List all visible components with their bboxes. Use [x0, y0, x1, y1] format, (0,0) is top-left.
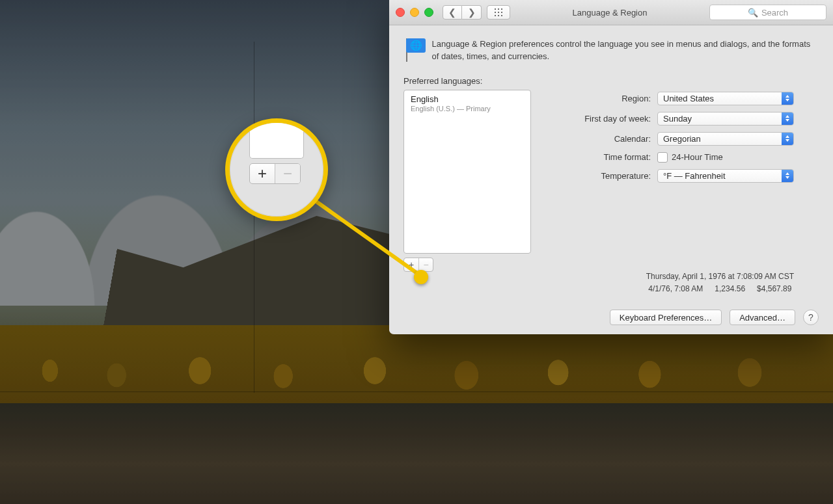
24-hour-checkbox[interactable] — [657, 152, 668, 163]
select-arrows-icon — [782, 92, 793, 105]
help-button[interactable]: ? — [803, 310, 819, 325]
first-day-label: First day of week: — [566, 114, 651, 124]
description-text: Language & Region preferences control th… — [431, 37, 819, 63]
titlebar: ❮ ❯ Language & Region 🔍 Search — [389, 0, 833, 25]
zoom-window-button[interactable] — [424, 8, 433, 17]
grid-icon — [494, 8, 503, 17]
minimize-window-button[interactable] — [410, 8, 419, 17]
calendar-select[interactable]: Gregorian — [657, 132, 794, 146]
language-add-remove: + − — [403, 258, 433, 272]
example-currency: $4,567.89 — [757, 283, 791, 295]
advanced-button[interactable]: Advanced… — [730, 310, 795, 325]
format-examples: Thursday, April 1, 1976 at 7:08:09 AM CS… — [646, 271, 794, 295]
temperature-select[interactable]: °F — Fahrenheit — [657, 169, 794, 183]
example-long-date: Thursday, April 1, 1976 at 7:08:09 AM CS… — [646, 271, 794, 283]
window-title: Language & Region — [515, 8, 704, 18]
preferred-languages-list[interactable]: English English (U.S.) — Primary — [403, 90, 531, 254]
forward-button[interactable]: ❯ — [462, 5, 482, 20]
example-short-date: 4/1/76, 7:08 AM — [648, 283, 703, 295]
window-controls — [396, 8, 433, 17]
language-region-icon: 🌐 — [403, 37, 422, 62]
nav-buttons: ❮ ❯ — [443, 5, 482, 20]
magnified-list-edge — [249, 123, 304, 159]
calendar-label: Calendar: — [566, 134, 651, 144]
keyboard-preferences-button[interactable]: Keyboard Preferences… — [610, 310, 722, 325]
temperature-label: Temperature: — [566, 171, 651, 181]
search-icon: 🔍 — [748, 8, 758, 18]
language-name: English — [411, 94, 524, 104]
first-day-select[interactable]: Sunday — [657, 112, 794, 126]
calendar-value: Gregorian — [663, 134, 701, 144]
show-all-button[interactable] — [487, 5, 510, 20]
24-hour-label: 24-Hour Time — [672, 152, 723, 162]
callout-dot — [414, 270, 428, 284]
select-arrows-icon — [782, 113, 793, 125]
magnified-remove-button: − — [275, 164, 300, 183]
add-language-button[interactable]: + — [404, 258, 418, 271]
temperature-value: °F — Fahrenheit — [663, 171, 726, 181]
region-select[interactable]: United States — [657, 92, 794, 105]
language-region-window: ❮ ❯ Language & Region 🔍 Search 🌐 Languag… — [389, 0, 833, 334]
search-placeholder: Search — [761, 8, 788, 18]
time-format-label: Time format: — [566, 152, 651, 162]
example-number: 1,234.56 — [715, 283, 745, 295]
callout-magnifier: + − — [225, 118, 328, 221]
first-day-value: Sunday — [663, 114, 692, 124]
language-subtitle: English (U.S.) — Primary — [411, 105, 524, 113]
select-arrows-icon — [782, 170, 793, 182]
region-value: United States — [663, 94, 714, 103]
close-window-button[interactable] — [396, 8, 405, 17]
select-arrows-icon — [782, 133, 793, 145]
region-label: Region: — [566, 94, 651, 103]
search-input[interactable]: 🔍 Search — [709, 5, 826, 20]
chevron-right-icon: ❯ — [468, 7, 476, 18]
magnified-add-remove: + − — [249, 163, 301, 184]
remove-language-button[interactable]: − — [418, 258, 433, 271]
back-button[interactable]: ❮ — [443, 5, 462, 20]
preferred-languages-label: Preferred languages: — [403, 76, 534, 86]
chevron-left-icon: ❮ — [448, 7, 456, 18]
magnified-add-button: + — [250, 164, 275, 183]
list-item[interactable]: English English (U.S.) — Primary — [404, 90, 530, 117]
